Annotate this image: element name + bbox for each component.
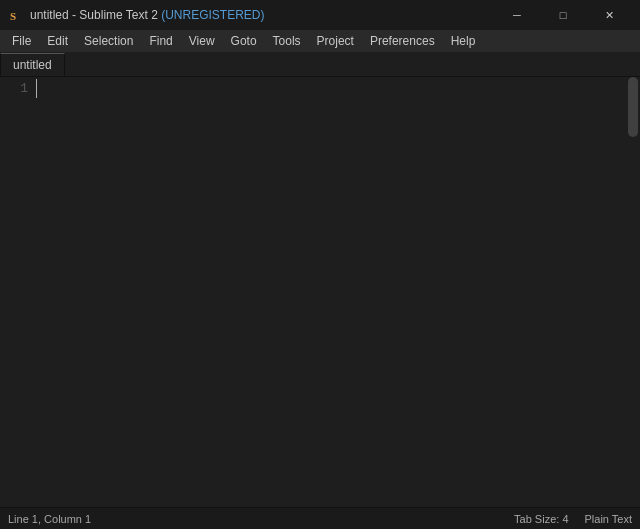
status-right: Tab Size: 4 Plain Text [514,513,632,525]
menu-edit[interactable]: Edit [39,32,76,50]
text-cursor [36,79,37,98]
status-syntax[interactable]: Plain Text [585,513,633,525]
app-icon: S [8,7,24,23]
menu-file[interactable]: File [4,32,39,50]
scrollbar-thumb[interactable] [628,77,638,137]
vertical-scrollbar[interactable] [626,77,640,493]
line-number-1: 1 [4,79,28,99]
editor-container: 1 [0,77,640,493]
menu-preferences[interactable]: Preferences [362,32,443,50]
menu-tools[interactable]: Tools [265,32,309,50]
svg-text:S: S [10,10,16,22]
menu-help[interactable]: Help [443,32,484,50]
menu-find[interactable]: Find [141,32,180,50]
status-bar: Line 1, Column 1 Tab Size: 4 Plain Text [0,507,640,529]
title-left: S untitled - Sublime Text 2 (UNREGISTERE… [8,7,265,23]
window-controls: ─ □ ✕ [494,0,632,30]
horizontal-scrollbar[interactable] [0,493,640,507]
menu-goto[interactable]: Goto [223,32,265,50]
close-button[interactable]: ✕ [586,0,632,30]
maximize-button[interactable]: □ [540,0,586,30]
menu-bar: File Edit Selection Find View Goto Tools… [0,30,640,52]
tab-label: untitled [13,58,52,72]
menu-selection[interactable]: Selection [76,32,141,50]
title-text: untitled - Sublime Text 2 (UNREGISTERED) [30,8,265,22]
active-tab[interactable]: untitled [0,53,65,76]
line-numbers: 1 [0,77,36,493]
editor-content[interactable] [36,77,626,493]
menu-view[interactable]: View [181,32,223,50]
minimize-button[interactable]: ─ [494,0,540,30]
status-tab-size[interactable]: Tab Size: 4 [514,513,568,525]
tab-bar: untitled [0,52,640,77]
menu-project[interactable]: Project [309,32,362,50]
title-bar: S untitled - Sublime Text 2 (UNREGISTERE… [0,0,640,30]
status-position: Line 1, Column 1 [8,513,91,525]
scrollbar-h-track [0,495,640,505]
